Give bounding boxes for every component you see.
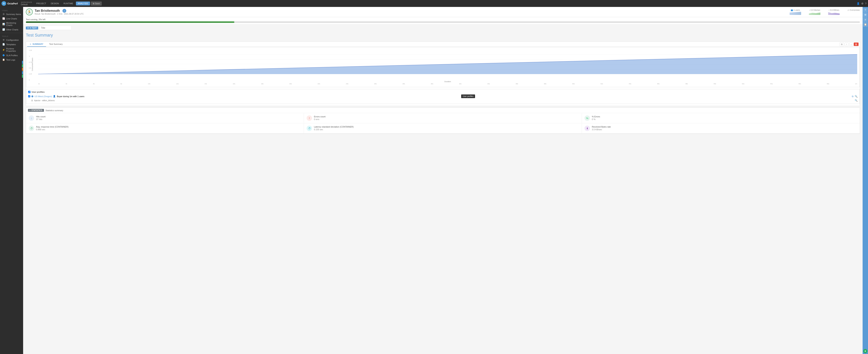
- received-bytes-title: Received Bytes rate: [592, 126, 611, 128]
- move-down-button[interactable]: ↓: [849, 42, 853, 46]
- sidebar-item-other-charts[interactable]: 📉 Other Charts: [0, 27, 23, 32]
- stat-card-latency-stddev: ⏱ Latency standard deviation (CONTAINER)…: [304, 123, 582, 134]
- status-badge: ✓: [62, 9, 66, 13]
- add-item-button[interactable]: +: [863, 349, 867, 353]
- logo: O OctaPerf: [2, 1, 18, 6]
- user-icon[interactable]: 👤: [857, 2, 860, 5]
- right-help-button[interactable]: ?: [863, 8, 868, 12]
- hits-mini-chart: [809, 11, 820, 15]
- runtime-props-icon: ⚡: [2, 49, 5, 51]
- user-profiles-tooltip: User profiles: [461, 95, 475, 98]
- tab-summary[interactable]: ≡ SUMMARY: [27, 42, 46, 47]
- title-input[interactable]: [40, 26, 71, 30]
- top-navbar: O OctaPerf WORKSPACE Default PROJECT DES…: [0, 0, 868, 7]
- sidebar-item-monitoring-charts[interactable]: 📊 Monitoring Charts: [0, 21, 23, 27]
- sidebar-item-templates[interactable]: 📄 Templates: [0, 42, 23, 46]
- sidebar-other-charts-label: Other Charts: [6, 29, 18, 31]
- indicator-2: [22, 64, 23, 67]
- profile-copy-icon[interactable]: ⧉: [852, 95, 854, 98]
- latency-stddev-title: Latency standard deviation (CONTAINER): [314, 126, 354, 128]
- runtime-nav-button[interactable]: RUNTIME: [62, 2, 75, 5]
- statistics-badge: ≡ STATISTICS: [28, 109, 44, 112]
- right-clipboard-button[interactable]: 📋: [863, 22, 868, 27]
- test-logs-icon: 📋: [2, 59, 5, 61]
- user-profiles-header-row: User profiles: [28, 91, 858, 93]
- summary-items-icon: ☰: [2, 13, 5, 15]
- sidebar-item-runtime-properties[interactable]: ⚡ Runtime Properties: [0, 46, 23, 53]
- sidebar-configuration-label: Configuration: [6, 39, 19, 41]
- sla-profiles-icon: 🔷: [2, 54, 5, 57]
- avg-response-value: 0.868 sec: [36, 128, 68, 131]
- profile-user-icon: 👤: [53, 95, 56, 98]
- latency-stddev-value: 0.155 sec: [314, 128, 354, 131]
- profile-link[interactable]: US West (Oregon): [34, 95, 52, 98]
- stat-errors: ⚠ 0 errors/sec: [847, 9, 860, 15]
- settings-icon[interactable]: ⚙: [861, 2, 864, 5]
- bytes-mini-chart: [828, 11, 840, 15]
- profile-search-icon[interactable]: 🔍: [855, 95, 858, 98]
- section-title: Test Summary: [26, 32, 860, 39]
- stat-bytes: ↕ 0.6 KB/sec: [828, 9, 840, 15]
- test-result-info: Result: Tan Bristlemouth · 1 VUs · 2021-…: [35, 13, 84, 15]
- profile-checkbox-1[interactable]: [28, 95, 30, 97]
- analysis-nav-button[interactable]: ANALYSIS: [76, 2, 90, 5]
- design-nav-button[interactable]: DESIGN: [49, 2, 61, 5]
- tools-section-label: Tools: [0, 34, 23, 38]
- pct-errors-title: % Errors: [592, 115, 600, 118]
- right-sidebar: ? ⚙ ≡ 📋 +: [863, 7, 868, 354]
- errors-count-info: Errors count 0 errs: [314, 115, 326, 120]
- delete-button[interactable]: 🗑: [854, 42, 859, 46]
- hits-icon: ↕: [809, 9, 810, 11]
- project-nav-button[interactable]: PROJECT: [34, 2, 48, 5]
- move-up-button[interactable]: ↑: [845, 42, 848, 46]
- summary-tab-icon: ≡: [30, 43, 31, 45]
- sidebar-item-test-logs[interactable]: 📋 Test Logs: [0, 58, 23, 62]
- right-settings-button[interactable]: ⚙: [863, 12, 868, 17]
- statistics-summary-label: Statistics summary: [45, 109, 63, 112]
- tab-test-summary[interactable]: Test Summary: [46, 42, 65, 47]
- stat-card-received-bytes: ⬇ Received Bytes rate 3.5 KB/sec: [582, 123, 860, 134]
- injector-row: ☰ Injector - wilton_dickens 🔍: [28, 99, 858, 102]
- profiles-list: US West (Oregon) 👤 Buyer during 1m with …: [28, 94, 858, 102]
- x-axis-ticks: 2s4s6s8s10s12s14s16s18s20s22s24s26s28s30…: [38, 83, 857, 85]
- help-icon[interactable]: ?: [865, 2, 866, 5]
- pct-errors-icon: %: [585, 115, 590, 121]
- avg-response-icon: ⏱: [29, 126, 34, 131]
- profiles-checkbox[interactable]: [28, 91, 30, 93]
- indicator-3: [22, 68, 23, 71]
- errors-count-title: Errors count: [314, 115, 326, 118]
- indicator-4: [22, 71, 23, 74]
- pct-errors-value: 0 %: [592, 118, 600, 120]
- sidebar-item-line-charts[interactable]: 📈 Line Charts: [0, 16, 23, 21]
- sidebar-templates-label: Templates: [6, 43, 16, 46]
- sidebar-item-configuration[interactable]: ⚙ Configuration: [0, 38, 23, 42]
- stat-card-errors: ! Errors count 0 errs: [304, 113, 582, 123]
- stat-card-hits: ↕ Hits count 37 hits: [26, 113, 304, 123]
- y-axis-ticks: 0 0.25 0.5 0.75 1 1.25: [29, 49, 37, 81]
- latency-stddev-info: Latency standard deviation (CONTAINER) 0…: [314, 126, 354, 131]
- stat-hits-label: ↕ 0.4 hits/sec: [809, 9, 820, 11]
- stats-icon: ≡: [30, 109, 31, 111]
- sidebar-runtime-props-label: Runtime Properties: [6, 47, 21, 52]
- profile-row-1: US West (Oregon) 👤 Buyer during 1m with …: [28, 94, 858, 99]
- pct-errors-info: % Errors 0 %: [592, 115, 600, 120]
- templates-icon: 📄: [2, 43, 5, 46]
- line-charts-icon: 📈: [2, 17, 5, 20]
- user-profiles-label: User profiles: [32, 91, 44, 93]
- injector-label: Injector - wilton_dickens: [34, 100, 55, 102]
- right-menu-button[interactable]: ≡: [863, 17, 868, 22]
- sidebar-summary-items-label: Summary Items: [6, 13, 21, 15]
- injector-search-icon[interactable]: 🔍: [855, 99, 858, 102]
- save-button[interactable]: ⊕ Save: [91, 2, 102, 6]
- workspace-name: Default: [21, 3, 32, 6]
- users-mini-chart: [789, 11, 801, 15]
- test-running-label: Test running, 20s left: [26, 18, 860, 21]
- sidebar-item-sla-profiles[interactable]: 🔷 SLA Profiles: [0, 53, 23, 58]
- hits-count-title: Hits count: [36, 115, 45, 118]
- profile-actions: ⧉ 🔍: [852, 95, 858, 98]
- sidebar-item-summary-items[interactable]: ☰ Summary Items: [0, 12, 23, 16]
- received-bytes-icon: ⬇: [585, 126, 590, 131]
- y-tick-125: 1.25: [29, 49, 37, 51]
- stat-card-pct-errors: % % Errors 0 %: [582, 113, 860, 123]
- copy-button[interactable]: ⧉: [840, 42, 844, 46]
